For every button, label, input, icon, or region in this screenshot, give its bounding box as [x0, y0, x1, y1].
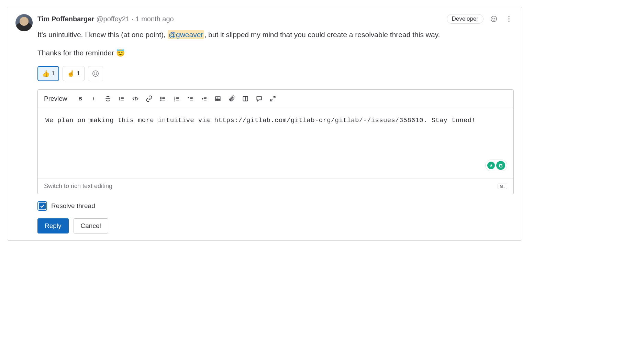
- attach-button[interactable]: [226, 93, 237, 104]
- reaction-count: 1: [52, 70, 55, 77]
- fullscreen-button[interactable]: [267, 93, 278, 104]
- indent-icon: [201, 95, 208, 102]
- svg-point-17: [160, 98, 161, 99]
- cancel-button[interactable]: Cancel: [74, 218, 108, 233]
- suggestion-button[interactable]: [240, 93, 251, 104]
- quote-icon: [118, 95, 125, 102]
- strikethrough-icon: [104, 95, 111, 102]
- svg-point-5: [508, 21, 509, 22]
- thread-card: Tim Poffenbarger @poffey21 · 1 month ago…: [7, 7, 522, 241]
- svg-text:3: 3: [174, 100, 175, 102]
- reactions-bar: 👍 1 ☝️ 1: [37, 66, 514, 81]
- bold-icon: B: [77, 95, 84, 102]
- numbered-list-button[interactable]: 123: [171, 93, 182, 104]
- svg-point-18: [160, 100, 161, 100]
- svg-point-6: [93, 71, 99, 77]
- svg-line-15: [135, 97, 136, 101]
- indent-button[interactable]: [199, 93, 210, 104]
- svg-text:I: I: [92, 96, 94, 101]
- author-name[interactable]: Tim Poffenbarger: [37, 15, 94, 23]
- bullet-list-icon: [159, 95, 166, 102]
- preview-tab[interactable]: Preview: [44, 95, 67, 102]
- comment-header: Tim Poffenbarger @poffey21 · 1 month ago…: [15, 14, 514, 233]
- reaction-count: 1: [77, 70, 80, 77]
- reaction-point-up[interactable]: ☝️ 1: [63, 66, 84, 81]
- grammarly-widget[interactable]: G: [485, 160, 507, 171]
- resolve-checkbox[interactable]: [37, 201, 47, 211]
- svg-point-8: [96, 73, 97, 73]
- checkmark-icon: [39, 203, 46, 209]
- link-button[interactable]: [144, 93, 155, 104]
- kebab-icon: [505, 15, 513, 23]
- avatar[interactable]: [15, 14, 33, 31]
- comment-meta: Tim Poffenbarger @poffey21 · 1 month ago…: [37, 14, 514, 24]
- svg-point-3: [508, 16, 509, 17]
- action-row: Reply Cancel: [37, 218, 514, 233]
- comment-text-part2: , but it slipped my mind that you could …: [204, 31, 440, 39]
- paperclip-icon: [228, 95, 235, 102]
- comment-body: Tim Poffenbarger @poffey21 · 1 month ago…: [37, 14, 514, 233]
- resolve-label: Resolve thread: [51, 202, 95, 210]
- bullet-list-button[interactable]: [157, 93, 168, 104]
- user-mention[interactable]: @gweaver: [168, 30, 204, 39]
- comment-button[interactable]: [254, 93, 265, 104]
- svg-text:B: B: [78, 96, 82, 101]
- more-options-button[interactable]: [504, 14, 514, 24]
- code-icon: [132, 95, 139, 102]
- bold-button[interactable]: B: [75, 93, 86, 104]
- reply-textarea[interactable]: [38, 108, 513, 177]
- resolve-thread-row: Resolve thread: [37, 201, 514, 211]
- svg-point-0: [491, 16, 497, 22]
- meta-right: Developer: [447, 14, 514, 24]
- add-reaction-inline-button[interactable]: [88, 66, 103, 81]
- quote-button[interactable]: [116, 93, 127, 104]
- fullscreen-icon: [269, 95, 276, 102]
- speech-bubble-icon: [256, 95, 263, 102]
- strikethrough-button[interactable]: [102, 93, 113, 104]
- svg-point-4: [508, 18, 509, 19]
- comment-text: It's unintuitive. I knew this (at one po…: [37, 29, 514, 58]
- svg-point-1: [493, 18, 493, 18]
- comment-text-line2: Thanks for the reminder: [37, 49, 116, 57]
- role-badge: Developer: [447, 14, 484, 24]
- code-button[interactable]: [130, 93, 141, 104]
- grammarly-g-icon: G: [496, 161, 505, 170]
- smiley-icon: [92, 70, 99, 77]
- editor-toolbar: Preview B I 123: [38, 90, 513, 108]
- reply-button[interactable]: Reply: [37, 218, 69, 233]
- halo-emoji-icon: 😇: [116, 49, 125, 57]
- italic-icon: I: [91, 95, 98, 102]
- author-handle[interactable]: @poffey21: [96, 15, 130, 23]
- svg-point-7: [94, 73, 95, 73]
- markdown-badge[interactable]: M↓: [498, 184, 507, 189]
- comment-text-part1: It's unintuitive. I knew this (at one po…: [37, 31, 168, 39]
- meta-left: Tim Poffenbarger @poffey21 · 1 month ago: [37, 15, 174, 23]
- separator: ·: [132, 15, 134, 23]
- reply-editor: Preview B I 123: [37, 89, 514, 194]
- svg-point-2: [495, 18, 495, 18]
- table-icon: [214, 95, 221, 102]
- svg-point-16: [160, 97, 161, 98]
- link-icon: [146, 95, 153, 102]
- reaction-thumbs-up[interactable]: 👍 1: [37, 66, 59, 81]
- italic-button[interactable]: I: [89, 93, 100, 104]
- grammarly-bulb-icon: [487, 162, 495, 169]
- suggestion-icon: [242, 95, 249, 102]
- task-list-icon: [187, 95, 194, 102]
- point-up-icon: ☝️: [67, 70, 75, 77]
- add-reaction-button[interactable]: [489, 14, 499, 24]
- smiley-icon: [490, 15, 498, 23]
- switch-editor-link[interactable]: Switch to rich text editing: [44, 183, 112, 190]
- timestamp: 1 month ago: [135, 15, 174, 23]
- thumbs-up-icon: 👍: [42, 70, 49, 77]
- numbered-list-icon: 123: [173, 95, 180, 102]
- task-list-button[interactable]: [185, 93, 196, 104]
- editor-footer: Switch to rich text editing M↓: [38, 178, 513, 194]
- table-button[interactable]: [212, 93, 223, 104]
